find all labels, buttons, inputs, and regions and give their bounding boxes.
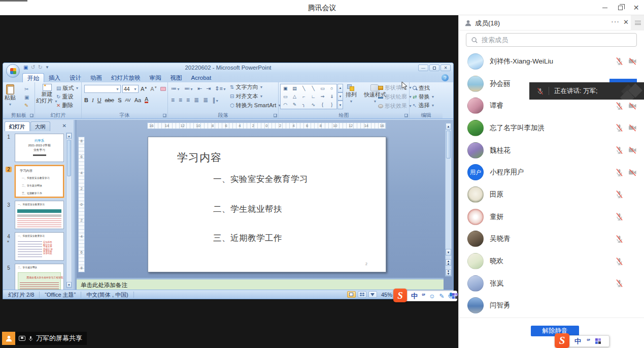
gallery-more-icon[interactable]: ▼ <box>337 101 343 109</box>
drawing-dialog-launcher[interactable] <box>404 114 408 117</box>
member-row[interactable]: 刘祥伟-Xiang-WeiLiu <box>459 50 644 73</box>
strikethrough-button[interactable]: abe <box>105 97 114 103</box>
ime-pen-icon[interactable]: ✎ <box>439 293 444 300</box>
shape-outline-button[interactable]: 形状轮廓▼ <box>378 93 412 101</box>
shape-icon[interactable]: } <box>331 103 332 107</box>
slide-thumbnail-5[interactable]: 二、学生就业帮扶 西南交通大学生命科学与工程学院 <box>15 264 64 291</box>
restore-button[interactable] <box>613 0 628 15</box>
previous-slide-button[interactable]: ▲▲ <box>446 259 451 266</box>
slide-bullet-3[interactable]: 三、近期教学工作 <box>213 233 282 244</box>
mic-muted-icon[interactable] <box>615 146 624 154</box>
slide-bullet-1[interactable]: 一、实验室安全教育学习 <box>213 174 308 185</box>
paragraph-dialog-launcher[interactable] <box>274 114 277 117</box>
shape-effects-button[interactable]: 形状效果▼ <box>378 102 412 110</box>
ribbon-tab[interactable]: 设计 <box>65 73 86 82</box>
scroll-down-icon[interactable]: ▼ <box>446 249 451 256</box>
hover-button-partial[interactable] <box>609 79 637 82</box>
camera-off-icon[interactable] <box>628 146 637 154</box>
panel-close-icon[interactable]: ✕ <box>623 18 629 26</box>
member-row[interactable]: 田原 <box>459 183 644 206</box>
tab-slides[interactable]: 幻灯片 <box>5 121 30 131</box>
undo-icon[interactable]: ↺ <box>30 64 35 71</box>
pane-scroll-up-icon[interactable]: ▲ <box>66 133 72 139</box>
slide-sorter-button[interactable] <box>358 291 366 298</box>
increase-indent-icon[interactable]: ⇥ <box>206 85 211 92</box>
align-center-icon[interactable]: ≡ <box>179 97 182 104</box>
shape-icon[interactable]: ∿ <box>311 103 315 107</box>
ribbon-tab[interactable]: 动画 <box>86 73 107 82</box>
normal-view-button[interactable] <box>347 291 356 298</box>
sogou-logo-icon-2[interactable]: S <box>555 333 569 348</box>
camera-off-icon[interactable] <box>628 57 637 66</box>
ime-menu-icon[interactable] <box>452 293 458 299</box>
office-button[interactable] <box>6 64 20 78</box>
decrease-indent-icon[interactable]: ⇤ <box>197 85 202 92</box>
mic-muted-icon[interactable] <box>615 257 624 266</box>
shape-icon[interactable]: { <box>322 103 323 107</box>
editor-scrollbar[interactable]: ▲ ▼ ▲▲ ▼▼ <box>445 122 452 276</box>
shape-icon[interactable]: ⇓ <box>330 94 334 99</box>
mic-muted-icon[interactable] <box>615 168 624 177</box>
slideshow-button[interactable] <box>368 291 377 298</box>
mic-muted-icon[interactable] <box>615 102 624 110</box>
member-search-box[interactable] <box>466 33 637 47</box>
member-row[interactable]: 用户 小程序用户 <box>459 161 644 183</box>
mic-muted-icon[interactable] <box>615 57 624 66</box>
align-right-icon[interactable]: ≡ <box>186 97 190 104</box>
camera-off-icon[interactable] <box>628 123 637 132</box>
shape-icon[interactable]: △ <box>293 94 296 99</box>
ime-toolbar-bottom[interactable]: 中 °’ <box>567 335 609 347</box>
qat-dropdown-icon[interactable]: ▼ <box>45 65 49 70</box>
underline-button[interactable]: U <box>97 97 101 103</box>
justify-icon[interactable]: ≣ <box>194 97 199 104</box>
search-input[interactable] <box>482 34 634 46</box>
clear-formatting-icon[interactable] <box>160 87 166 91</box>
shape-icon[interactable]: ⇒ <box>321 94 325 99</box>
gallery-up-icon[interactable]: ▲ <box>337 84 343 92</box>
font-dialog-launcher[interactable] <box>163 114 166 117</box>
ribbon-tab[interactable]: 视图 <box>166 73 187 82</box>
slide-thumbnail-4[interactable]: 一、实验室安全教育学习 应知四色标识分类 字体不变色标识 按要求张贴安全信息 <box>15 232 64 261</box>
ribbon-tab[interactable]: Acrobat <box>187 73 216 82</box>
change-case-button[interactable]: Aa <box>134 97 141 103</box>
bullets-icon[interactable]: ≔▼ <box>171 85 180 92</box>
ribbon-tab[interactable]: 插入 <box>44 73 65 82</box>
shrink-font-button[interactable]: A▼ <box>150 86 157 92</box>
delete-slide-button[interactable]: ✕删除 <box>56 102 73 109</box>
tab-outline[interactable]: 大纲 <box>30 121 50 131</box>
shape-icon[interactable]: ⌐ <box>302 94 305 99</box>
minimize-button[interactable] <box>597 0 613 15</box>
new-slide-button[interactable]: 新建 幻灯片 ▼ <box>36 84 58 105</box>
italic-button[interactable]: I <box>92 97 94 103</box>
pane-close-icon[interactable]: ✕ <box>62 123 66 129</box>
ppt-close-button[interactable]: ✕ <box>440 65 451 71</box>
slide-thumbnail-2-selected[interactable]: 学习内容 一、实验室安全教育学习 二、学生就业帮扶 三、近期教学工作 <box>15 165 64 198</box>
format-painter-button[interactable]: ✎ <box>24 102 28 109</box>
grow-font-button[interactable]: A▲ <box>141 86 147 92</box>
distribute-icon[interactable]: ≣ <box>203 97 208 104</box>
ppt-minimize-button[interactable]: — <box>418 65 428 71</box>
gallery-down-icon[interactable]: ▼ <box>337 92 343 101</box>
ppt-restore-button[interactable] <box>429 65 439 71</box>
shape-icon[interactable]: ╲ <box>312 86 314 91</box>
member-row[interactable]: 张岚 <box>459 272 644 295</box>
find-button[interactable]: 查找 <box>413 84 430 92</box>
select-button[interactable]: ↖选择▼ <box>413 102 434 109</box>
ribbon-tab[interactable]: 开始 <box>22 73 44 82</box>
mic-muted-icon[interactable] <box>615 212 624 221</box>
scroll-up-icon[interactable]: ▲ <box>446 123 451 130</box>
next-slide-button[interactable]: ▼▼ <box>446 269 451 276</box>
member-row[interactable]: 晓欢 <box>459 250 644 272</box>
reset-button[interactable]: ↻重设 <box>56 93 73 101</box>
text-direction-button[interactable]: ⇅文字方向▼ <box>230 83 263 91</box>
font-size-combo[interactable]: 44▼ <box>122 85 139 93</box>
arrange-button[interactable]: 排列 ▼ <box>346 84 357 105</box>
shadow-button[interactable]: S <box>118 97 121 103</box>
cut-button[interactable]: ✂ <box>24 85 28 93</box>
shape-icon[interactable]: ○ <box>330 86 333 91</box>
member-row[interactable]: 童妍 <box>459 206 644 228</box>
columns-icon[interactable]: ∥▼ <box>212 97 219 104</box>
line-spacing-icon[interactable]: ⇕≡▼ <box>215 85 226 92</box>
shape-icon[interactable]: ▭ <box>283 94 288 99</box>
mic-muted-icon[interactable] <box>615 123 624 132</box>
